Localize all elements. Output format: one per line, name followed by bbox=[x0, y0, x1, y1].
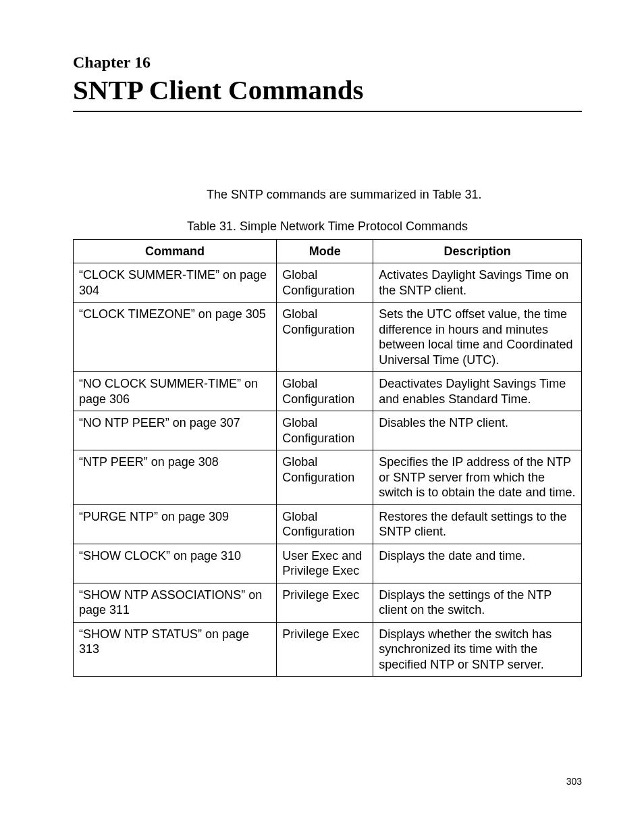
cell-command: “NO NTP PEER” on page 307 bbox=[74, 411, 277, 450]
cell-description: Disables the NTP client. bbox=[373, 411, 582, 450]
cell-command: “NTP PEER” on page 308 bbox=[74, 450, 277, 505]
table-row: “NO NTP PEER” on page 307 Global Configu… bbox=[74, 411, 582, 450]
table-row: “NO CLOCK SUMMER-TIME” on page 306 Globa… bbox=[74, 372, 582, 411]
table-row: “SHOW CLOCK” on page 310 User Exec and P… bbox=[74, 544, 582, 583]
header-description: Description bbox=[373, 239, 582, 263]
page-container: Chapter 16 SNTP Client Commands The SNTP… bbox=[0, 0, 644, 677]
cell-command: “CLOCK SUMMER-TIME” on page 304 bbox=[74, 263, 277, 303]
table-row: “CLOCK TIMEZONE” on page 305 Global Conf… bbox=[74, 303, 582, 372]
table-row: “CLOCK SUMMER-TIME” on page 304 Global C… bbox=[74, 263, 582, 303]
chapter-title: SNTP Client Commands bbox=[73, 75, 582, 105]
chapter-label: Chapter 16 bbox=[73, 53, 582, 72]
cell-mode: Global Configuration bbox=[277, 411, 373, 450]
cell-description: Displays whether the switch has synchron… bbox=[373, 622, 582, 677]
cell-mode: Global Configuration bbox=[277, 450, 373, 505]
cell-command: “PURGE NTP” on page 309 bbox=[74, 504, 277, 544]
cell-mode: Global Configuration bbox=[277, 303, 373, 372]
cell-command: “CLOCK TIMEZONE” on page 305 bbox=[74, 303, 277, 372]
table-row: “SHOW NTP ASSOCIATIONS” on page 311 Priv… bbox=[74, 583, 582, 622]
table-row: “NTP PEER” on page 308 Global Configurat… bbox=[74, 450, 582, 505]
table-header-row: Command Mode Description bbox=[74, 239, 582, 263]
cell-command: “NO CLOCK SUMMER-TIME” on page 306 bbox=[74, 372, 277, 411]
cell-description: Displays the settings of the NTP client … bbox=[373, 583, 582, 622]
cell-description: Activates Daylight Savings Time on the S… bbox=[373, 263, 582, 303]
commands-table: Command Mode Description “CLOCK SUMMER-T… bbox=[73, 239, 582, 677]
cell-description: Displays the date and time. bbox=[373, 544, 582, 583]
cell-mode: Global Configuration bbox=[277, 372, 373, 411]
cell-mode: Privilege Exec bbox=[277, 622, 373, 677]
table-row: “PURGE NTP” on page 309 Global Configura… bbox=[74, 504, 582, 544]
cell-mode: Privilege Exec bbox=[277, 583, 373, 622]
table-row: “SHOW NTP STATUS” on page 313 Privilege … bbox=[74, 622, 582, 677]
header-command: Command bbox=[74, 239, 277, 263]
intro-text: The SNTP commands are summarized in Tabl… bbox=[73, 188, 582, 202]
cell-description: Specifies the IP address of the NTP or S… bbox=[373, 450, 582, 505]
cell-command: “SHOW NTP STATUS” on page 313 bbox=[74, 622, 277, 677]
header-mode: Mode bbox=[277, 239, 373, 263]
table-caption: Table 31. Simple Network Time Protocol C… bbox=[73, 219, 582, 234]
cell-description: Deactivates Daylight Savings Time and en… bbox=[373, 372, 582, 411]
cell-mode: Global Configuration bbox=[277, 504, 373, 544]
cell-description: Sets the UTC offset value, the time diff… bbox=[373, 303, 582, 372]
cell-command: “SHOW CLOCK” on page 310 bbox=[74, 544, 277, 583]
page-number: 303 bbox=[566, 776, 582, 787]
title-rule bbox=[73, 111, 582, 112]
cell-command: “SHOW NTP ASSOCIATIONS” on page 311 bbox=[74, 583, 277, 622]
cell-mode: User Exec and Privilege Exec bbox=[277, 544, 373, 583]
cell-description: Restores the default settings to the SNT… bbox=[373, 504, 582, 544]
cell-mode: Global Configuration bbox=[277, 263, 373, 303]
